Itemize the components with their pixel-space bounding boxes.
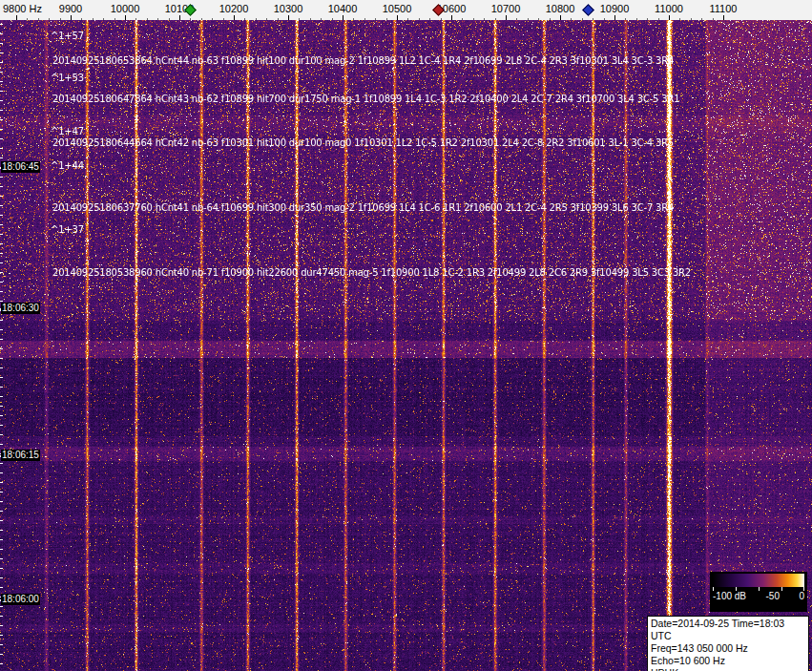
legend-label-mid: -50 <box>766 591 780 602</box>
color-gradient-bar <box>713 574 804 587</box>
legend-ticks <box>713 587 804 591</box>
info-echo: Echo=10 600 Hz <box>651 655 805 667</box>
freq-tick-label: 10500 <box>383 3 412 14</box>
legend-tick <box>803 587 804 591</box>
freq-tick-label: 10700 <box>491 3 521 14</box>
freq-tick-label: 9800 Hz <box>3 3 42 14</box>
freq-tick-label: 11100 <box>710 3 738 14</box>
blue-diamond-marker[interactable] <box>582 4 594 16</box>
db-color-legend: -100 dB -50 0 <box>710 572 807 612</box>
status-info-box: Date=2014-09-25 Time=18:03 UTC Freq=143 … <box>647 616 809 671</box>
info-station: HPHK <box>651 667 805 671</box>
freq-tick-label: 9900 <box>59 3 82 14</box>
freq-tick-label: 10200 <box>219 3 249 14</box>
freq-tick-label: 10400 <box>328 3 358 14</box>
spectrogram-app: 9800 Hz990010000101001020010300104001050… <box>0 0 812 671</box>
frequency-ruler: 9800 Hz990010000101001020010300104001050… <box>0 0 812 20</box>
freq-tick-label: 10900 <box>600 3 630 14</box>
legend-tick <box>781 587 782 591</box>
legend-label-min: -100 dB <box>713 591 746 602</box>
freq-tick-label: 10800 <box>546 3 575 14</box>
legend-tick <box>713 587 714 591</box>
legend-tick <box>759 587 760 591</box>
spectrogram-canvas[interactable] <box>0 20 812 671</box>
legend-labels: -100 dB -50 0 <box>713 591 804 602</box>
freq-tick-label: 11000 <box>655 3 683 14</box>
freq-tick-label: 10000 <box>111 3 140 14</box>
legend-tick <box>736 587 737 591</box>
legend-label-max: 0 <box>799 591 804 602</box>
info-frequency: Freq=143 050 000 Hz <box>651 642 805 655</box>
info-date-time: Date=2014-09-25 Time=18:03 UTC <box>651 618 805 642</box>
freq-tick-label: 10300 <box>274 3 303 14</box>
